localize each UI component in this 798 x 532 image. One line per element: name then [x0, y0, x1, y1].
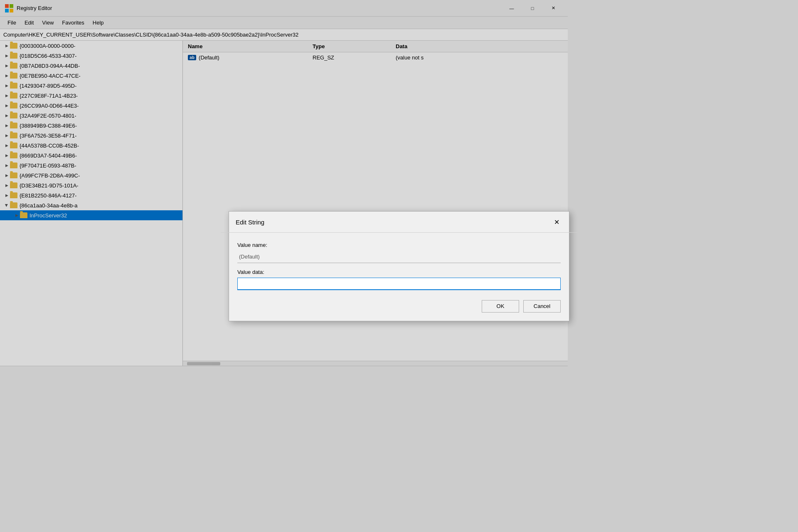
cancel-button[interactable]: Cancel: [523, 300, 561, 313]
dialog-buttons: OK Cancel: [237, 298, 561, 313]
value-data-input[interactable]: [237, 278, 561, 290]
value-name-label: Value name:: [237, 242, 561, 248]
modal-overlay: Edit String ✕ Value name: Value data: OK…: [0, 0, 568, 374]
dialog-body: Value name: Value data: OK Cancel: [229, 233, 568, 321]
edit-string-dialog: Edit String ✕ Value name: Value data: OK…: [229, 211, 568, 321]
value-data-label: Value data:: [237, 269, 561, 275]
dialog-title-bar: Edit String ✕: [229, 212, 568, 232]
value-data-section: Value data:: [237, 269, 561, 290]
ok-button[interactable]: OK: [482, 300, 519, 313]
value-name-section: Value name:: [237, 242, 561, 263]
dialog-close-button[interactable]: ✕: [551, 217, 562, 228]
dialog-title: Edit String: [236, 219, 264, 226]
value-name-input[interactable]: [237, 251, 561, 263]
